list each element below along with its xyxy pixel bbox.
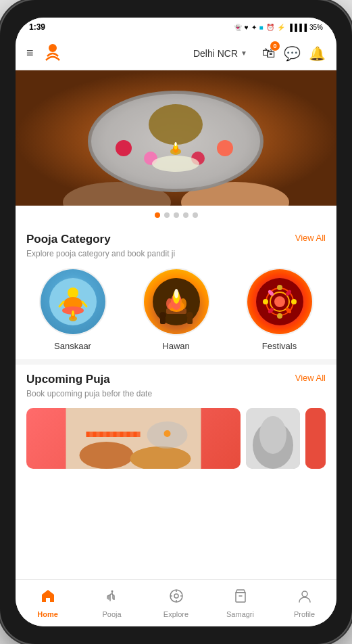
nav-explore[interactable]: Explore	[144, 589, 208, 618]
app-icon: ■	[259, 24, 263, 31]
svg-point-51	[80, 442, 134, 469]
header-action-icons: 🛍 0 💬 🔔	[262, 45, 326, 62]
puja-card-1[interactable]	[26, 408, 241, 469]
pooja-category-header: Pooja Category View All	[26, 233, 326, 246]
svg-rect-54	[86, 432, 141, 437]
dot-3[interactable]	[174, 212, 179, 218]
section-divider-1	[16, 359, 336, 365]
svg-point-7	[149, 104, 203, 145]
phone-frame: 1:39 👻 ♥ ✦ ■ ⏰ ⚡ ▐▐▐▐ 35% ≡	[0, 0, 352, 644]
heart-icon: ♥	[245, 24, 249, 31]
category-item-sanskaar[interactable]: Sanskaar	[26, 268, 119, 351]
svg-point-42	[277, 285, 282, 290]
dot-1[interactable]	[155, 212, 160, 218]
nav-samagri-label: Samagri	[226, 610, 254, 618]
snapchat-icon: 👻	[234, 24, 242, 31]
svg-point-33	[180, 298, 186, 309]
svg-point-45	[263, 299, 268, 304]
sanskaar-image	[39, 268, 107, 336]
category-item-festivals[interactable]: Festivals	[233, 268, 326, 351]
notification-bell-button[interactable]: 🔔	[309, 45, 326, 62]
puja-card-3[interactable]	[305, 408, 326, 469]
battery-icon: 35%	[309, 24, 323, 31]
upcoming-puja-header: Upcoming Puja View All	[26, 373, 326, 386]
pooja-icon	[105, 589, 120, 607]
svg-rect-37	[187, 317, 193, 324]
festivals-image	[246, 268, 313, 336]
nav-samagri[interactable]: Samagri	[208, 589, 272, 618]
pooja-category-subtitle: Explore pooja category and book pandit j…	[26, 249, 326, 258]
puja-card-2[interactable]	[246, 408, 300, 469]
location-selector[interactable]: Delhi NCR ▼	[193, 48, 247, 59]
svg-point-9	[217, 140, 233, 156]
svg-point-65	[174, 594, 178, 598]
svg-rect-61	[305, 408, 326, 469]
status-time: 1:39	[29, 22, 45, 32]
pooja-category-section: Pooja Category View All Explore pooja ca…	[16, 225, 336, 359]
svg-point-41	[274, 296, 285, 307]
menu-button[interactable]: ≡	[26, 46, 34, 60]
status-icons: 👻 ♥ ✦ ■ ⏰ ⚡ ▐▐▐▐ 35%	[234, 24, 323, 31]
cart-badge: 0	[270, 41, 280, 51]
status-bar: 1:39 👻 ♥ ✦ ■ ⏰ ⚡ ▐▐▐▐ 35%	[16, 18, 336, 37]
nav-home-label: Home	[37, 610, 58, 618]
upcoming-puja-view-all[interactable]: View All	[295, 373, 326, 383]
home-icon	[41, 589, 55, 607]
dot-4[interactable]	[183, 212, 188, 218]
profile-icon	[297, 589, 312, 607]
svg-point-44	[277, 313, 282, 319]
hawan-label: Hawan	[162, 341, 189, 351]
hawan-icon	[144, 269, 209, 334]
upcoming-puja-cards	[26, 408, 326, 474]
nav-pooja-label: Pooja	[102, 610, 121, 618]
signal-icon: ▐▐▐▐	[288, 24, 307, 31]
main-scroll-area[interactable]: Pooja Category View All Explore pooja ca…	[16, 70, 336, 579]
chat-button[interactable]: 💬	[284, 45, 301, 62]
cart-button[interactable]: 🛍 0	[262, 45, 276, 61]
svg-point-63	[111, 590, 113, 592]
category-list: Sanskaar	[26, 268, 326, 351]
bluetooth-icon: ⚡	[277, 24, 285, 31]
nav-pooja[interactable]: Pooja	[80, 589, 144, 618]
svg-point-25	[72, 310, 74, 316]
festivals-label: Festivals	[262, 341, 297, 351]
svg-point-16	[152, 156, 199, 172]
svg-point-57	[164, 430, 171, 437]
app-header: ≡ Delhi NCR ▼ 🛍 0 💬 🔔	[16, 37, 336, 70]
upcoming-puja-title: Upcoming Puja	[26, 373, 110, 386]
upcoming-puja-subtitle: Book upcoming puja befor the date	[26, 389, 326, 398]
dot-5[interactable]	[193, 212, 198, 218]
nav-profile[interactable]: Profile	[272, 589, 336, 618]
svg-rect-70	[236, 593, 245, 602]
dot-2[interactable]	[164, 212, 170, 218]
svg-point-71	[302, 591, 307, 597]
phone-screen: 1:39 👻 ♥ ✦ ■ ⏰ ⚡ ▐▐▐▐ 35% ≡	[16, 18, 336, 626]
festivals-icon	[247, 269, 312, 334]
svg-point-31	[174, 289, 178, 298]
explore-icon	[169, 589, 184, 607]
banner-image	[16, 70, 336, 206]
pooja-category-view-all[interactable]: View All	[295, 233, 326, 243]
svg-point-60	[259, 416, 286, 454]
chevron-down-icon: ▼	[241, 49, 247, 57]
samagri-icon	[233, 589, 248, 607]
sanskaar-label: Sanskaar	[54, 341, 91, 351]
nav-home[interactable]: Home	[16, 589, 80, 618]
svg-point-18	[68, 288, 78, 298]
nav-explore-label: Explore	[164, 610, 188, 618]
upcoming-puja-section: Upcoming Puja View All Book upcoming puj…	[16, 365, 336, 482]
logo-svg	[41, 41, 65, 66]
sanskaar-icon	[41, 269, 105, 334]
hawan-image	[143, 268, 210, 336]
category-item-hawan[interactable]: Hawan	[130, 268, 222, 351]
svg-point-32	[166, 298, 173, 309]
hero-banner[interactable]	[16, 70, 336, 206]
pooja-category-title: Pooja Category	[26, 233, 111, 246]
app-logo	[41, 41, 65, 66]
svg-point-15	[175, 142, 177, 146]
notification-icon: ✦	[251, 24, 257, 31]
svg-rect-36	[160, 317, 166, 324]
svg-point-43	[291, 299, 297, 304]
svg-point-0	[49, 44, 57, 52]
location-text: Delhi NCR	[193, 48, 238, 59]
